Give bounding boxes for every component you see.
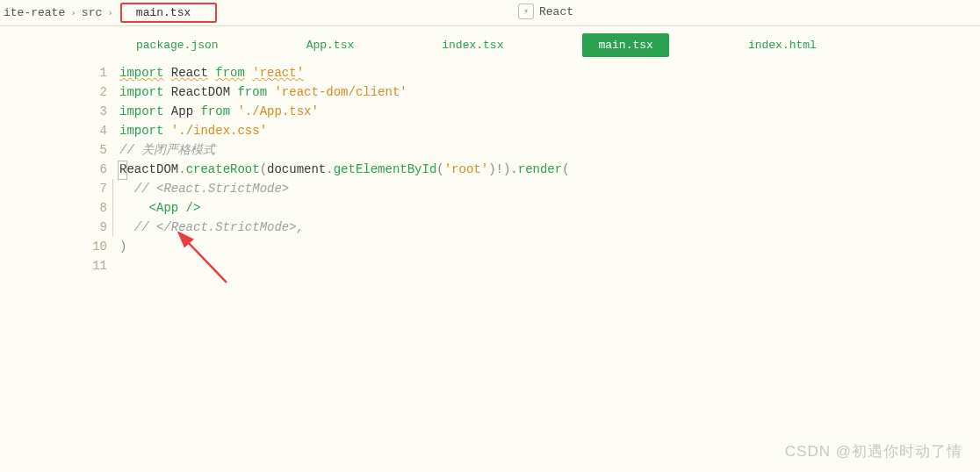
line-number: 3 [84,102,107,121]
code-area[interactable]: import React from 'react' import ReactDO… [119,63,980,275]
react-helper[interactable]: React [518,4,573,19]
tab-package-json[interactable]: package.json [127,33,227,57]
tab-main-tsx[interactable]: main.tsx [582,33,668,57]
line-number: 2 [84,82,107,102]
chevron-right-icon: › [70,8,76,18]
breadcrumb-bar: ite-reate › src › main.tsx React [0,0,980,26]
breadcrumb-file[interactable]: main.tsx [120,3,217,23]
code-editor[interactable]: 1 2 3 4 5 6 7 8 9 10 11 − import React f… [0,63,980,275]
tab-index-tsx[interactable]: index.tsx [433,33,512,57]
line-gutter: 1 2 3 4 5 6 7 8 9 10 11 − [84,63,119,275]
fold-icon[interactable]: − [118,161,127,180]
breadcrumb: ite-reate › src › main.tsx [0,3,217,23]
line-number: 9 [84,218,107,237]
line-number: 10 [84,237,107,256]
line-number: 8 [84,198,107,218]
line-number: 6 [84,160,107,179]
watermark: CSDN @初遇你时动了情 [785,441,962,461]
line-number: 5 [84,140,107,160]
file-tabs: package.json App.tsx index.tsx main.tsx … [0,26,980,63]
line-number: 11 [84,256,107,275]
line-number: 4 [84,121,107,140]
line-number: 1 [84,63,107,82]
tab-index-html[interactable]: index.html [739,33,825,57]
react-helper-icon [518,4,534,19]
tab-app-tsx[interactable]: App.tsx [298,33,364,57]
breadcrumb-root[interactable]: ite-reate [4,6,65,19]
react-helper-label: React [539,5,573,18]
line-number: 7 [84,179,107,198]
breadcrumb-folder[interactable]: src [82,6,102,19]
chevron-right-icon: › [107,8,113,18]
